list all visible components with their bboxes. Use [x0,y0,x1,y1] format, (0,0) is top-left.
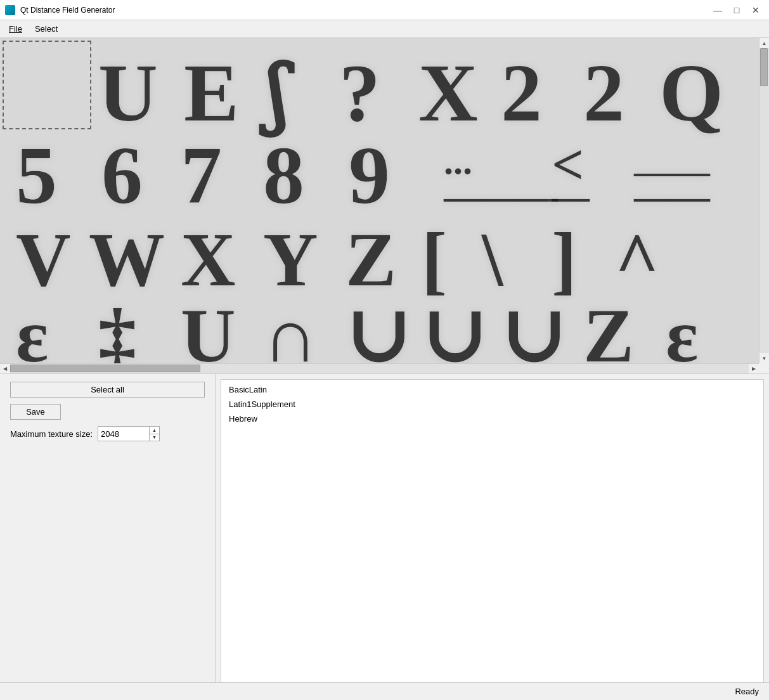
svg-text:U: U [181,294,236,363]
svg-text:^: ^ [615,217,659,302]
svg-text:\: \ [481,217,504,302]
svg-text:∪: ∪ [501,294,565,363]
texture-size-label: Maximum texture size: [10,429,93,439]
scroll-track-vertical[interactable] [759,48,769,353]
scroll-left-arrow[interactable]: ◀ [0,364,10,374]
svg-text:W: W [89,217,165,302]
svg-text:6: 6 [101,129,143,221]
svg-text:?: ? [339,47,380,138]
svg-text:‡: ‡ [98,294,136,363]
glyph-area: U E ʃ ? X 2 2 Q 5 6 7 8 9 ··· ——— < — —— [0,38,769,374]
svg-text:ε: ε [16,294,48,363]
svg-text:7: 7 [181,129,222,221]
svg-text:Q: Q [659,47,723,138]
scrollbar-vertical[interactable]: ▲ ▼ [759,38,769,363]
menu-select[interactable]: Select [29,22,64,36]
minimize-button[interactable]: — [709,4,726,16]
app-icon [5,5,15,15]
svg-text:∪: ∪ [422,294,486,363]
spinbox-arrows: ▲ ▼ [149,427,159,441]
glyph-scroll-container[interactable]: U E ʃ ? X 2 2 Q 5 6 7 8 9 ··· ——— < — —— [0,38,759,363]
svg-text:X: X [181,217,236,302]
scrollbar-horizontal[interactable]: ◀ ▶ [0,363,759,373]
svg-text:8: 8 [263,129,304,221]
title-bar: Qt Distance Field Generator — □ ✕ [0,0,769,20]
svg-text:Z: Z [346,217,396,302]
list-item-hebrew[interactable]: Hebrew [221,412,763,426]
svg-text:[: [ [422,217,447,302]
svg-text:9: 9 [349,129,390,221]
save-button[interactable]: Save [10,404,61,420]
svg-text:U: U [98,47,158,138]
svg-text:E: E [184,47,239,138]
select-all-button[interactable]: Select all [10,382,205,398]
svg-text:X: X [418,47,478,138]
list-item-basiclatin[interactable]: BasicLatin [221,382,763,397]
scroll-thumb-vertical[interactable] [760,48,768,86]
svg-text:2: 2 [583,47,624,138]
svg-text:5: 5 [16,129,57,221]
svg-text:ε: ε [666,294,698,363]
svg-text:]: ] [552,217,577,302]
scroll-down-arrow[interactable]: ▼ [759,353,770,363]
close-button[interactable]: ✕ [747,4,764,16]
status-text: Ready [735,687,759,696]
svg-text:—: — [551,176,590,217]
svg-text:V: V [16,217,71,302]
spin-down-button[interactable]: ▼ [150,434,159,441]
spin-up-button[interactable]: ▲ [150,427,159,434]
left-controls: Select all Save Maximum texture size: ▲ … [0,374,216,700]
texture-size-row: Maximum texture size: ▲ ▼ [10,426,205,441]
scroll-right-arrow[interactable]: ▶ [749,364,759,374]
title-text: Qt Distance Field Generator [20,6,115,15]
menu-bar: File Select [0,20,769,38]
list-item-latin1supplement[interactable]: Latin1Supplement [221,397,763,412]
svg-text:——: —— [633,176,711,217]
svg-text:Y: Y [263,217,318,302]
bottom-panel: Select all Save Maximum texture size: ▲ … [0,374,769,700]
title-bar-left: Qt Distance Field Generator [5,5,115,15]
character-range-list[interactable]: BasicLatin Latin1Supplement Hebrew [221,379,764,695]
scroll-track-horizontal[interactable] [10,364,749,373]
scroll-corner [759,363,769,373]
texture-size-spinbox[interactable]: ▲ ▼ [98,426,160,441]
svg-text:Z: Z [583,294,634,363]
title-bar-buttons: — □ ✕ [709,4,764,16]
scroll-thumb-horizontal[interactable] [10,365,200,372]
status-bar: Ready [0,682,769,700]
svg-text:2: 2 [501,47,542,138]
svg-text:∩: ∩ [263,294,318,363]
texture-size-input[interactable] [98,427,149,441]
svg-text:∪: ∪ [346,294,410,363]
maximize-button[interactable]: □ [728,4,745,16]
main-area: U E ʃ ? X 2 2 Q 5 6 7 8 9 ··· ——— < — —— [0,38,769,700]
glyph-canvas: U E ʃ ? X 2 2 Q 5 6 7 8 9 ··· ——— < — —— [0,38,759,363]
svg-text:———: ——— [443,176,559,217]
scroll-up-arrow[interactable]: ▲ [759,38,770,48]
menu-file[interactable]: File [3,22,29,36]
